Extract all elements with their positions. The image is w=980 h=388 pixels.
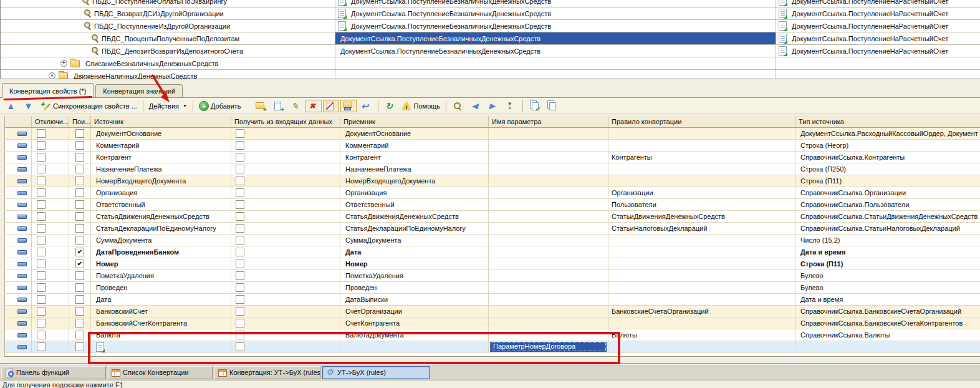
disable-checkbox[interactable] <box>37 283 46 292</box>
source-cell[interactable]: Организация <box>96 187 137 198</box>
rule-name-cell[interactable]: СписаниеБезналичныхДенежныхСредств <box>1 57 335 69</box>
source-object-cell[interactable]: ДокументСсылка.ПоступлениеБезналичныхДен… <box>335 45 776 57</box>
mapping-tree-row[interactable]: ДвижениеНаличныхДенежныхСредств <box>1 70 980 79</box>
receiver-cell[interactable]: СуммаДокумента <box>345 235 401 246</box>
receiver-cell[interactable]: НомерВходящегоДокумента <box>345 175 435 187</box>
disable-checkbox[interactable] <box>37 307 46 316</box>
source-cell[interactable]: БанковскийСчет <box>96 306 148 317</box>
property-row[interactable]: НазначениеПлатежа НазначениеПлатежа Стро… <box>4 163 980 175</box>
source-cell[interactable]: Номер <box>96 258 118 269</box>
property-row[interactable]: Номер Номер Строка (П11) <box>4 258 980 270</box>
search-field-checkbox[interactable] <box>75 248 84 256</box>
help-button[interactable]: Помощь <box>400 100 443 112</box>
row-marker[interactable] <box>17 132 27 136</box>
receiver-cell[interactable]: Дата <box>345 246 361 258</box>
delete-button[interactable] <box>305 100 322 112</box>
tab-value-conversion[interactable]: Конвертация значений <box>95 84 183 97</box>
property-row[interactable]: СтатьяДекларацииПоЕдиномуНалогу СтатьяДе… <box>4 223 980 235</box>
property-row[interactable]: Комментарий Комментарий Строка (Неогр) <box>4 140 980 152</box>
source-type-cell[interactable]: СправочникСсылка.БанковскиеСчетаОрганиза… <box>800 306 961 317</box>
search-field-checkbox[interactable] <box>75 319 84 327</box>
receiver-object-cell[interactable]: ДокументСсылка.ПоступлениеНаРасчетныйСче… <box>776 7 980 19</box>
source-object-cell[interactable]: ДокументСсылка.ПоступлениеБезналичныхДен… <box>335 0 776 7</box>
source-type-cell[interactable]: Дата и время <box>800 294 843 305</box>
mapping-tree-row[interactable]: ПБДС_ДепозитВозвратИзДепозитногоСчёта До… <box>1 45 980 57</box>
search-field-checkbox[interactable] <box>75 224 84 233</box>
receiver-cell[interactable]: ДатаВыписки <box>345 294 388 305</box>
parameter-name-cell[interactable] <box>489 294 608 305</box>
row-marker[interactable] <box>17 143 27 148</box>
source-cell[interactable]: СуммаДокумента <box>96 235 151 246</box>
row-marker[interactable] <box>17 191 27 195</box>
rule-name-cell[interactable]: ДвижениеНаличныхДенежныхСредств <box>1 70 335 79</box>
receiver-cell[interactable]: СчетОрганизации <box>345 306 402 317</box>
rule-name-cell[interactable]: ПБДС_ПоступлениеОплатыПоЭквайрингу <box>1 0 335 7</box>
property-row[interactable]: ДокументОснование ДокументОснование Доку… <box>4 128 980 140</box>
search-field-checkbox[interactable] <box>75 283 84 292</box>
receiver-cell[interactable]: НазначениеПлатежа <box>345 163 411 175</box>
disable-checkbox[interactable] <box>37 165 46 173</box>
get-from-input-checkbox[interactable] <box>236 165 244 173</box>
search-field-checkbox[interactable] <box>75 236 84 245</box>
get-from-input-checkbox[interactable] <box>236 331 244 339</box>
parameter-name-cell[interactable] <box>489 223 608 234</box>
parameter-name-cell[interactable] <box>489 199 608 210</box>
parameter-name-cell[interactable]: ПараметрНомерДоговора <box>490 342 607 352</box>
toolbar-separator[interactable] <box>522 100 523 112</box>
receiver-cell[interactable]: ДокументОснование <box>345 128 411 139</box>
disable-checkbox[interactable] <box>37 319 46 327</box>
receiver-cell[interactable]: Ответственный <box>345 199 395 210</box>
disable-checkbox[interactable] <box>37 248 46 256</box>
search-field-checkbox[interactable] <box>75 188 84 197</box>
parameter-name-cell[interactable] <box>489 318 608 329</box>
col-parameter-name[interactable]: Имя параметра <box>489 116 608 127</box>
get-from-input-checkbox[interactable] <box>236 295 244 304</box>
source-object-cell[interactable] <box>335 57 776 69</box>
source-cell[interactable]: СтатьяДекларацииПоЕдиномуНалогу <box>96 223 216 234</box>
property-row[interactable]: СуммаДокумента СуммаДокумента Число (15.… <box>4 235 980 246</box>
search-field-checkbox[interactable] <box>75 212 84 221</box>
search-field-checkbox[interactable] <box>75 177 84 185</box>
edit-button[interactable] <box>288 100 304 112</box>
taskbar-panel-functions[interactable]: Панель функций <box>1 366 106 379</box>
disable-checkbox[interactable] <box>37 188 46 197</box>
mapping-tree-row[interactable]: ПБДС_ВозвратДСИзДругойОрганизации Докуме… <box>1 7 980 20</box>
property-row[interactable]: Дата ДатаВыписки Дата и время <box>4 294 980 306</box>
receiver-object-cell[interactable]: ДокументСсылка.ПоступлениеНаРасчетныйСче… <box>776 20 980 32</box>
toolbar-separator[interactable] <box>193 100 193 112</box>
disable-checkbox[interactable] <box>37 200 46 209</box>
receiver-cell[interactable]: ПометкаУдаления <box>345 270 403 281</box>
property-row[interactable]: БанковскийСчетКонтрагента СчетКонтрагент… <box>4 318 980 329</box>
next-button[interactable] <box>485 100 501 112</box>
receiver-cell[interactable]: Проведен <box>345 282 377 293</box>
parameter-name-cell[interactable] <box>489 258 608 269</box>
disable-checkbox[interactable] <box>37 224 46 233</box>
get-from-input-checkbox[interactable] <box>236 307 244 316</box>
receiver-object-cell[interactable] <box>776 57 980 69</box>
source-cell[interactable]: Дата <box>96 294 111 305</box>
get-from-input-checkbox[interactable] <box>236 129 244 138</box>
taskbar-conversions-list[interactable]: Список Конвертации <box>108 366 213 379</box>
col-conversion-rule[interactable]: Правило конвертации <box>608 116 795 127</box>
parameter-name-cell[interactable] <box>489 140 608 151</box>
source-type-cell[interactable]: СправочникСсылка.БанковскиеСчетаКонтраге… <box>800 318 963 329</box>
search-button[interactable] <box>450 100 466 112</box>
source-cell[interactable]: ДокументОснование <box>96 128 161 139</box>
receiver-object-cell[interactable]: ДокументСсылка.ПоступлениеНаРасчетныйСче… <box>776 45 980 57</box>
disable-checkbox[interactable] <box>37 259 46 268</box>
row-marker[interactable] <box>17 274 27 278</box>
get-from-input-checkbox[interactable] <box>236 283 244 292</box>
disable-checkbox[interactable] <box>37 129 46 138</box>
disable-checkbox[interactable] <box>37 236 46 245</box>
mapping-tree-row[interactable]: ПБДС_ПроцентыПолученныеПоДепозитам Докум… <box>1 32 980 45</box>
parameter-name-cell[interactable] <box>489 211 608 222</box>
source-type-cell[interactable]: СправочникСсылка.Организации <box>800 187 906 198</box>
source-cell[interactable]: Комментарий <box>96 140 139 151</box>
taskbar-conversion-ut-buh[interactable]: Конвертация: УТ->БуХ (rules) <box>214 366 320 379</box>
parameter-name-cell[interactable] <box>489 329 608 341</box>
receiver-cell[interactable]: Номер <box>345 258 368 269</box>
search-field-checkbox[interactable] <box>75 331 84 339</box>
expand-icon[interactable] <box>60 60 67 67</box>
actions-button[interactable]: Действия <box>147 101 189 111</box>
disable-checkbox[interactable] <box>37 153 46 162</box>
